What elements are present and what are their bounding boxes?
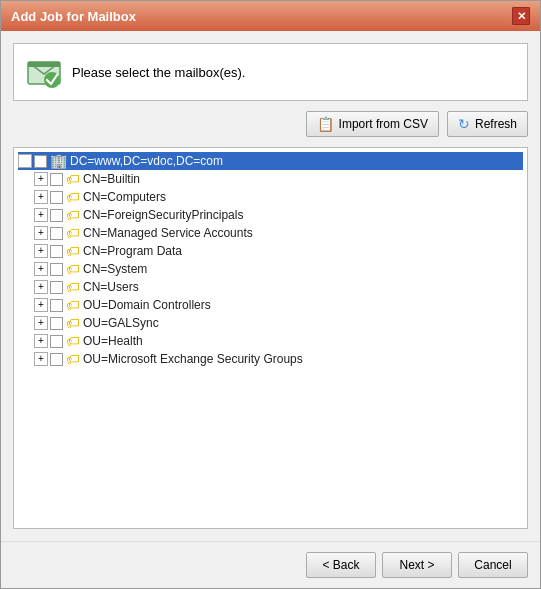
toolbar: 📋 Import from CSV ↻ Refresh xyxy=(13,111,528,137)
item-checkbox-3[interactable] xyxy=(50,227,63,240)
item-expander-1[interactable]: + xyxy=(34,190,48,204)
refresh-icon: ↻ xyxy=(458,116,470,132)
cancel-button[interactable]: Cancel xyxy=(458,552,528,578)
item-label-5: CN=System xyxy=(83,262,147,276)
item-expander-6[interactable]: + xyxy=(34,280,48,294)
item-expander-3[interactable]: + xyxy=(34,226,48,240)
item-label-9: OU=Health xyxy=(83,334,143,348)
tree-item[interactable]: + 🏷 CN=Computers xyxy=(34,188,523,206)
item-icon-8: 🏷 xyxy=(66,315,80,331)
close-button[interactable]: ✕ xyxy=(512,7,530,25)
tree-item[interactable]: + 🏷 CN=Managed Service Accounts xyxy=(34,224,523,242)
tree-item[interactable]: + 🏷 CN=Program Data xyxy=(34,242,523,260)
item-expander-9[interactable]: + xyxy=(34,334,48,348)
item-expander-0[interactable]: + xyxy=(34,172,48,186)
item-label-0: CN=Builtin xyxy=(83,172,140,186)
item-label-2: CN=ForeignSecurityPrincipals xyxy=(83,208,243,222)
tree-item[interactable]: + 🏷 CN=ForeignSecurityPrincipals xyxy=(34,206,523,224)
item-checkbox-9[interactable] xyxy=(50,335,63,348)
refresh-button[interactable]: ↻ Refresh xyxy=(447,111,528,137)
item-icon-6: 🏷 xyxy=(66,279,80,295)
title-bar: Add Job for Mailbox ✕ xyxy=(1,1,540,31)
item-label-8: OU=GALSync xyxy=(83,316,159,330)
root-checkbox[interactable] xyxy=(34,155,47,168)
item-checkbox-10[interactable] xyxy=(50,353,63,366)
item-expander-7[interactable]: + xyxy=(34,298,48,312)
tree-item[interactable]: + 🏷 CN=Builtin xyxy=(34,170,523,188)
item-label-1: CN=Computers xyxy=(83,190,166,204)
item-icon-3: 🏷 xyxy=(66,225,80,241)
item-label-10: OU=Microsoft Exchange Security Groups xyxy=(83,352,303,366)
item-icon-0: 🏷 xyxy=(66,171,80,187)
tree-item[interactable]: + 🏷 OU=Domain Controllers xyxy=(34,296,523,314)
tree-item[interactable]: + 🏷 OU=Health xyxy=(34,332,523,350)
main-window: Add Job for Mailbox ✕ Please select the … xyxy=(0,0,541,589)
close-icon: ✕ xyxy=(517,10,526,23)
item-icon-10: 🏷 xyxy=(66,351,80,367)
tree-item[interactable]: + 🏷 CN=Users xyxy=(34,278,523,296)
item-checkbox-2[interactable] xyxy=(50,209,63,222)
item-icon-5: 🏷 xyxy=(66,261,80,277)
tree-item[interactable]: + 🏷 CN=System xyxy=(34,260,523,278)
item-checkbox-4[interactable] xyxy=(50,245,63,258)
item-label-4: CN=Program Data xyxy=(83,244,182,258)
item-checkbox-6[interactable] xyxy=(50,281,63,294)
tree-root[interactable]: − 🏢 DC=www,DC=vdoc,DC=com xyxy=(18,152,523,170)
item-icon-1: 🏷 xyxy=(66,189,80,205)
item-expander-4[interactable]: + xyxy=(34,244,48,258)
item-expander-2[interactable]: + xyxy=(34,208,48,222)
item-icon-2: 🏷 xyxy=(66,207,80,223)
item-label-6: CN=Users xyxy=(83,280,139,294)
window-title: Add Job for Mailbox xyxy=(11,9,136,24)
import-csv-label: Import from CSV xyxy=(339,117,428,131)
item-checkbox-1[interactable] xyxy=(50,191,63,204)
mailbox-icon xyxy=(26,54,62,90)
root-label: DC=www,DC=vdoc,DC=com xyxy=(70,154,223,168)
refresh-label: Refresh xyxy=(475,117,517,131)
item-expander-8[interactable]: + xyxy=(34,316,48,330)
item-checkbox-7[interactable] xyxy=(50,299,63,312)
next-button[interactable]: Next > xyxy=(382,552,452,578)
footer: < Back Next > Cancel xyxy=(1,541,540,588)
root-expander[interactable]: − xyxy=(18,154,32,168)
info-message: Please select the mailbox(es). xyxy=(72,65,245,80)
item-icon-4: 🏷 xyxy=(66,243,80,259)
tree-panel[interactable]: − 🏢 DC=www,DC=vdoc,DC=com + 🏷 CN=Builtin… xyxy=(13,147,528,529)
item-label-3: CN=Managed Service Accounts xyxy=(83,226,253,240)
item-icon-7: 🏷 xyxy=(66,297,80,313)
item-expander-5[interactable]: + xyxy=(34,262,48,276)
info-bar: Please select the mailbox(es). xyxy=(13,43,528,101)
import-csv-button[interactable]: 📋 Import from CSV xyxy=(306,111,439,137)
csv-icon: 📋 xyxy=(317,116,334,132)
dialog-content: Please select the mailbox(es). 📋 Import … xyxy=(1,31,540,541)
tree-children: + 🏷 CN=Builtin + 🏷 CN=Computers + 🏷 CN=F… xyxy=(18,170,523,368)
item-checkbox-8[interactable] xyxy=(50,317,63,330)
item-checkbox-0[interactable] xyxy=(50,173,63,186)
back-button[interactable]: < Back xyxy=(306,552,376,578)
root-icon: 🏢 xyxy=(50,153,67,169)
item-expander-10[interactable]: + xyxy=(34,352,48,366)
tree-item[interactable]: + 🏷 OU=GALSync xyxy=(34,314,523,332)
tree-item[interactable]: + 🏷 OU=Microsoft Exchange Security Group… xyxy=(34,350,523,368)
item-checkbox-5[interactable] xyxy=(50,263,63,276)
item-icon-9: 🏷 xyxy=(66,333,80,349)
item-label-7: OU=Domain Controllers xyxy=(83,298,211,312)
